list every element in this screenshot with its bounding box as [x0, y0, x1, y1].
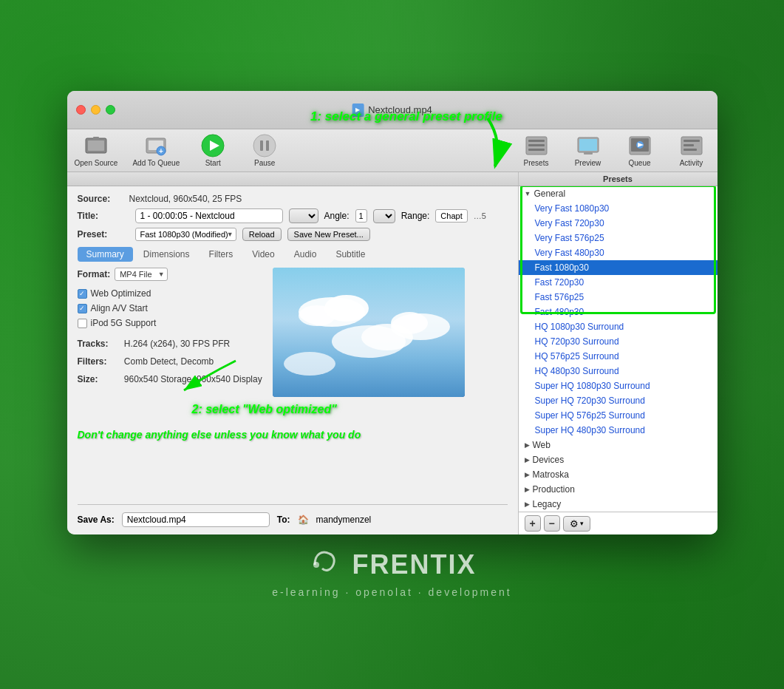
- devices-group-header[interactable]: ▶ Devices: [519, 452, 717, 467]
- toolbar-queue[interactable]: Queue: [621, 134, 658, 167]
- preset-select[interactable]: Fast 1080p30 (Modified) ▼: [135, 228, 236, 241]
- angle-label: Angle:: [324, 211, 350, 221]
- ipod-row[interactable]: iPod 5G Support: [78, 318, 262, 328]
- format-value: MP4 File: [120, 270, 151, 279]
- preset-hq-480p30[interactable]: HQ 480p30 Surround: [519, 364, 717, 379]
- title-stepper[interactable]: ▲▼: [289, 208, 318, 223]
- preset-superhq-1080p30[interactable]: Super HQ 1080p30 Surround: [519, 379, 717, 393]
- source-value: Nextcloud, 960x540, 25 FPS: [129, 194, 242, 204]
- content-area: Source: Nextcloud, 960x540, 25 FPS Title…: [67, 186, 717, 534]
- legacy-group-header[interactable]: ▶ Legacy: [519, 497, 717, 512]
- maximize-button[interactable]: [106, 105, 115, 115]
- save-as-input[interactable]: [122, 512, 270, 527]
- web-triangle: ▶: [525, 441, 530, 449]
- svg-rect-2: [93, 137, 99, 140]
- queue-label: Queue: [628, 159, 650, 167]
- presets-annotation-area: ▼ General Very Fast 1080p30 Very Fast 72…: [519, 186, 717, 438]
- svg-point-38: [313, 562, 319, 568]
- ipod-checkbox[interactable]: [78, 319, 87, 328]
- brand-subtitle: e-learning · openolat · development: [272, 586, 511, 598]
- save-preset-button[interactable]: Save New Preset...: [287, 228, 370, 241]
- activity-icon: [680, 134, 703, 157]
- main-panel: Source: Nextcloud, 960x540, 25 FPS Title…: [67, 186, 518, 534]
- preset-superhq-480p30[interactable]: Super HQ 480p30 Surround: [519, 423, 717, 438]
- close-button[interactable]: [76, 105, 86, 115]
- preset-hq-1080p30[interactable]: HQ 1080p30 Surround: [519, 319, 717, 334]
- save-as-label: Save As:: [78, 515, 115, 525]
- align-av-checkbox[interactable]: ✓: [78, 304, 87, 313]
- preset-fast-1080p30[interactable]: Fast 1080p30: [519, 260, 717, 275]
- legacy-triangle: ▶: [525, 500, 530, 508]
- angle-value: 1: [355, 209, 367, 223]
- preset-value: Fast 1080p30 (Modified): [140, 230, 228, 239]
- size-label: Size:: [78, 374, 122, 384]
- save-bar: Save As: To: 🏠 mandymenzel: [78, 504, 508, 527]
- format-select[interactable]: MP4 File ▼: [115, 268, 167, 281]
- video-thumbnail: [273, 268, 465, 397]
- source-row: Source: Nextcloud, 960x540, 25 FPS: [78, 194, 508, 204]
- preset-fast-480p30[interactable]: Fast 480p30: [519, 305, 717, 319]
- preset-fast-576p25[interactable]: Fast 576p25: [519, 290, 717, 305]
- toolbar-activity[interactable]: Activity: [673, 134, 710, 167]
- tab-subtitle[interactable]: Subtitle: [327, 247, 374, 262]
- matroska-group-header[interactable]: ▶ Matroska: [519, 467, 717, 482]
- matroska-label: Matroska: [533, 469, 569, 480]
- general-group-header[interactable]: ▼ General: [519, 186, 717, 201]
- summary-left: Format: MP4 File ▼ ✓ Web Optimized ✓ Ali…: [78, 268, 262, 397]
- preview-icon: [576, 134, 600, 157]
- devices-triangle: ▶: [525, 456, 530, 464]
- preset-very-fast-720p30[interactable]: Very Fast 720p30: [519, 216, 717, 231]
- gear-arrow: ▾: [580, 520, 584, 527]
- tab-audio[interactable]: Audio: [285, 247, 326, 262]
- step2-text: 2: select "Web optimized": [192, 403, 337, 415]
- web-optimized-row[interactable]: ✓ Web Optimized: [78, 288, 262, 299]
- tab-dimensions[interactable]: Dimensions: [134, 247, 199, 262]
- add-preset-button[interactable]: +: [525, 515, 541, 532]
- svg-rect-26: [684, 149, 697, 151]
- presets-panel: ▼ General Very Fast 1080p30 Very Fast 72…: [518, 186, 717, 534]
- svg-rect-11: [266, 140, 269, 151]
- preset-hq-720p30[interactable]: HQ 720p30 Surround: [519, 334, 717, 349]
- web-group-header[interactable]: ▶ Web: [519, 438, 717, 452]
- preset-fast-720p30[interactable]: Fast 720p30: [519, 275, 717, 290]
- toolbar-add-queue[interactable]: + Add To Queue: [132, 134, 180, 167]
- svg-rect-13: [528, 140, 545, 142]
- svg-rect-18: [584, 152, 593, 155]
- preset-superhq-576p25[interactable]: Super HQ 576p25 Surround: [519, 408, 717, 423]
- title-input[interactable]: [135, 208, 283, 223]
- reload-button[interactable]: Reload: [242, 228, 282, 241]
- activity-label: Activity: [680, 159, 703, 167]
- gear-button[interactable]: ⚙ ▾: [563, 516, 590, 532]
- add-queue-icon: +: [144, 134, 168, 157]
- tab-filters[interactable]: Filters: [200, 247, 242, 262]
- minimize-button[interactable]: [91, 105, 100, 115]
- to-value: mandymenzel: [316, 515, 372, 525]
- remove-preset-button[interactable]: −: [544, 515, 560, 532]
- preset-very-fast-1080p30[interactable]: Very Fast 1080p30: [519, 201, 717, 216]
- web-optimized-checkbox[interactable]: ✓: [78, 289, 87, 299]
- traffic-lights: [76, 105, 115, 115]
- tab-summary[interactable]: Summary: [78, 247, 133, 262]
- frentix-logo-icon: [307, 546, 344, 583]
- toolbar-pause[interactable]: Pause: [246, 134, 283, 167]
- toolbar-open-source[interactable]: Open Source: [75, 134, 118, 167]
- toolbar-preview[interactable]: Preview: [570, 134, 607, 167]
- tab-video[interactable]: Video: [243, 247, 283, 262]
- toolbar-start[interactable]: Start: [194, 134, 231, 167]
- preset-superhq-720p30[interactable]: Super HQ 720p30 Surround: [519, 393, 717, 408]
- home-icon: 🏠: [298, 515, 309, 525]
- preset-hq-576p25[interactable]: HQ 576p25 Surround: [519, 349, 717, 364]
- window-title: ▶ Nextcloud.mp4: [352, 103, 432, 117]
- production-group-header[interactable]: ▶ Production: [519, 482, 717, 497]
- preset-very-fast-576p25[interactable]: Very Fast 576p25: [519, 231, 717, 245]
- toolbar-presets[interactable]: Presets: [518, 134, 555, 167]
- angle-stepper[interactable]: ▲▼: [373, 209, 395, 223]
- svg-point-30: [299, 305, 335, 326]
- open-source-label: Open Source: [75, 159, 118, 167]
- production-label: Production: [533, 484, 575, 495]
- bottom-annotation-text: Don't change anything else unless you kn…: [78, 429, 361, 441]
- preset-very-fast-480p30[interactable]: Very Fast 480p30: [519, 245, 717, 260]
- bottom-annotation-row: Don't change anything else unless you kn…: [78, 428, 508, 441]
- toolbar: Open Source + Add To Queue Start: [67, 129, 717, 172]
- align-av-row[interactable]: ✓ Align A/V Start: [78, 303, 262, 313]
